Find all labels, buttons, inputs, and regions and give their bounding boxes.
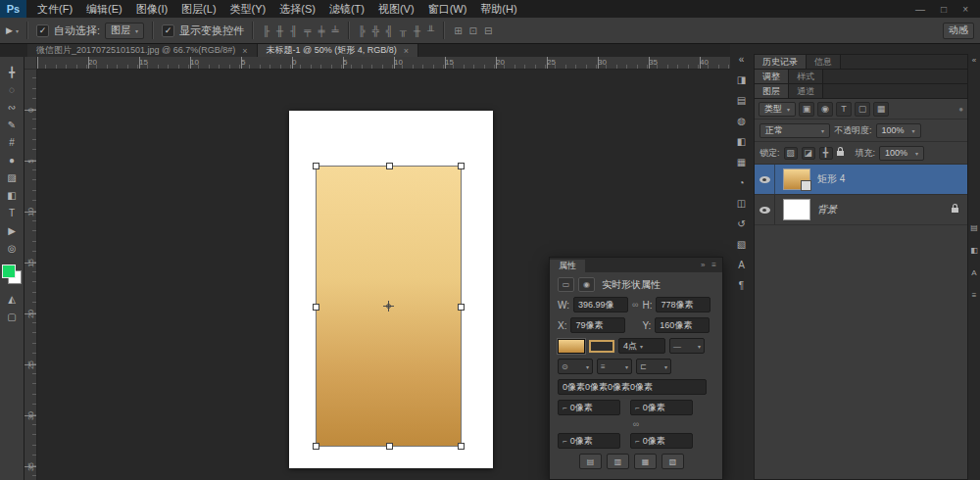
rectangle-shape[interactable] — [317, 167, 461, 446]
collapse-panels-icon[interactable]: « — [739, 54, 745, 65]
crop-tool[interactable]: # — [0, 133, 24, 151]
align-middle-icon[interactable]: ╪ — [317, 25, 325, 36]
tab-channels[interactable]: 通道 — [789, 84, 823, 98]
close-button[interactable]: × — [962, 4, 968, 15]
ruler-origin[interactable] — [24, 57, 37, 70]
shape-properties-icon[interactable]: ▭ — [558, 277, 574, 292]
menu-view[interactable]: 视图(V) — [371, 0, 421, 18]
lock-transparency-icon[interactable]: ▨ — [784, 147, 798, 160]
lock-position-icon[interactable]: ╋ — [819, 147, 833, 160]
corner-radius-field-br[interactable]: ⌐ 0像素 — [630, 433, 693, 449]
stroke-width-field[interactable]: 4点 ▾ — [618, 338, 665, 354]
filter-toggle-icon[interactable]: ● — [958, 105, 963, 114]
path-op-exclude-icon[interactable]: ▧ — [662, 454, 684, 469]
stroke-corners-dropdown[interactable]: ⊏ ▾ — [636, 359, 671, 374]
menu-file[interactable]: 文件(F) — [30, 0, 79, 18]
align-center-horizontal-icon[interactable]: ╫ — [275, 25, 284, 36]
brush-tool[interactable]: ● — [0, 151, 24, 168]
transform-handle[interactable] — [458, 304, 465, 311]
transform-handle[interactable] — [386, 443, 393, 450]
align-bottom-icon[interactable]: ╧ — [330, 25, 339, 36]
stroke-color-swatch[interactable] — [589, 340, 614, 353]
path-op-intersect-icon[interactable]: ▦ — [634, 454, 657, 469]
clone-stamp-tool[interactable]: ▨ — [0, 168, 24, 186]
menu-type[interactable]: 类型(Y) — [223, 0, 273, 18]
collapse-panels-icon[interactable]: « — [972, 56, 976, 65]
3d-mode-icon[interactable]: ⊡ — [468, 25, 478, 36]
character-panel-icon[interactable]: A — [971, 268, 976, 277]
color-panel-icon[interactable]: ◧ — [970, 246, 978, 255]
info-panel-icon[interactable]: ◍ — [737, 116, 746, 126]
arrange-icon[interactable]: ⊟ — [483, 25, 493, 36]
reference-point-icon[interactable] — [383, 301, 394, 312]
menu-select[interactable]: 选择(S) — [272, 0, 322, 18]
collapse-panel-icon[interactable]: » — [701, 261, 705, 269]
menu-edit[interactable]: 编辑(E) — [79, 0, 129, 18]
stroke-caps-dropdown[interactable]: ≡ ▾ — [597, 359, 632, 374]
path-op-combine-icon[interactable]: ▤ — [579, 454, 602, 469]
history-panel-icon[interactable]: ↺ — [737, 218, 745, 229]
fill-color-swatch[interactable] — [558, 339, 585, 354]
layer-visibility-cell[interactable] — [755, 165, 775, 194]
distribute-top-icon[interactable]: ╠ — [358, 25, 367, 36]
distribute-right-icon[interactable]: ╨ — [426, 25, 435, 36]
transform-handle[interactable] — [458, 163, 465, 169]
filter-type-layers-icon[interactable]: T — [836, 102, 852, 117]
transform-handle[interactable] — [313, 443, 319, 450]
histogram-panel-icon[interactable]: ▤ — [737, 95, 746, 106]
screen-mode-icon[interactable]: ▢ — [0, 308, 24, 325]
corner-radius-field-tr[interactable]: ⌐ 0像素 — [630, 400, 693, 415]
close-tab-icon[interactable]: × — [404, 46, 409, 56]
menu-help[interactable]: 帮助(H) — [473, 0, 523, 18]
character-panel-icon[interactable]: A — [738, 260, 745, 270]
width-field[interactable]: 396.99像 — [573, 297, 628, 312]
eye-icon[interactable] — [760, 207, 770, 214]
align-right-icon[interactable]: ╢ — [289, 25, 298, 36]
layer-visibility-cell[interactable] — [755, 195, 775, 224]
tool-preset-picker[interactable]: ▶ ▾ — [6, 25, 19, 35]
stroke-align-dropdown[interactable]: ⊙ ▾ — [558, 359, 593, 374]
auto-select-dropdown[interactable]: 图层 ▾ — [105, 23, 144, 39]
lock-all-icon[interactable] — [837, 151, 844, 156]
type-tool[interactable]: T — [0, 204, 24, 221]
marquee-tool[interactable]: ◌ — [0, 80, 24, 98]
menu-image[interactable]: 图像(I) — [129, 0, 174, 18]
lasso-tool[interactable]: ∾ — [0, 98, 24, 116]
path-op-subtract-icon[interactable]: ▥ — [607, 454, 629, 469]
menu-layer[interactable]: 图层(L) — [174, 0, 222, 18]
transform-handle[interactable] — [458, 443, 465, 450]
auto-select-checkbox[interactable]: ✓ — [36, 24, 49, 37]
minimize-button[interactable]: — — [915, 4, 925, 15]
blend-mode-dropdown[interactable]: 正常 ▾ — [760, 123, 830, 138]
restore-button[interactable]: □ — [941, 4, 947, 15]
show-transform-checkbox[interactable]: ✓ — [162, 24, 174, 37]
swatches-panel-icon[interactable]: ▦ — [737, 157, 746, 168]
distribute-bottom-icon[interactable]: ╣ — [385, 25, 394, 36]
eye-icon[interactable] — [760, 176, 770, 183]
foreground-color-swatch[interactable] — [2, 264, 16, 278]
document-tab-1[interactable]: 微信图片_20170725101501.jpg @ 66.7%(RGB/8#) … — [27, 44, 258, 57]
tab-adjustments[interactable]: 调整 — [755, 70, 789, 83]
transform-handle[interactable] — [313, 163, 319, 169]
fill-field[interactable]: 100% ▾ — [879, 146, 924, 161]
gradient-tool[interactable]: ◧ — [0, 186, 24, 204]
zoom-tool[interactable]: ◎ — [0, 239, 24, 257]
move-tool[interactable]: ╋ — [0, 63, 24, 80]
panel-menu-icon[interactable]: ≡ — [972, 291, 977, 300]
link-dimensions-icon[interactable]: ∞ — [632, 300, 638, 310]
link-radii-icon[interactable]: ∞ — [633, 419, 639, 429]
align-left-icon[interactable]: ╟ — [262, 25, 270, 36]
opacity-field[interactable]: 100% ▾ — [876, 123, 921, 138]
distribute-middle-icon[interactable]: ╬ — [371, 25, 380, 36]
layer-row-rectangle-4[interactable]: 矩形 4 — [755, 165, 967, 195]
paragraph-panel-icon[interactable]: ¶ — [739, 280, 744, 291]
corner-radius-field-tl[interactable]: ⌐ 0像素 — [558, 400, 620, 415]
auto-align-icon[interactable]: ⊞ — [453, 25, 463, 36]
y-field[interactable]: 160像素 — [655, 317, 710, 333]
height-field[interactable]: 778像素 — [656, 297, 710, 312]
transform-handle[interactable] — [313, 304, 319, 311]
adjustments-panel-icon[interactable]: ◔ — [738, 177, 744, 188]
align-top-icon[interactable]: ╤ — [303, 25, 312, 36]
stroke-style-dropdown[interactable]: — ▾ — [669, 338, 705, 354]
vertical-ruler[interactable]: 0 5 10 15 20 25 30 35 — [24, 69, 37, 480]
